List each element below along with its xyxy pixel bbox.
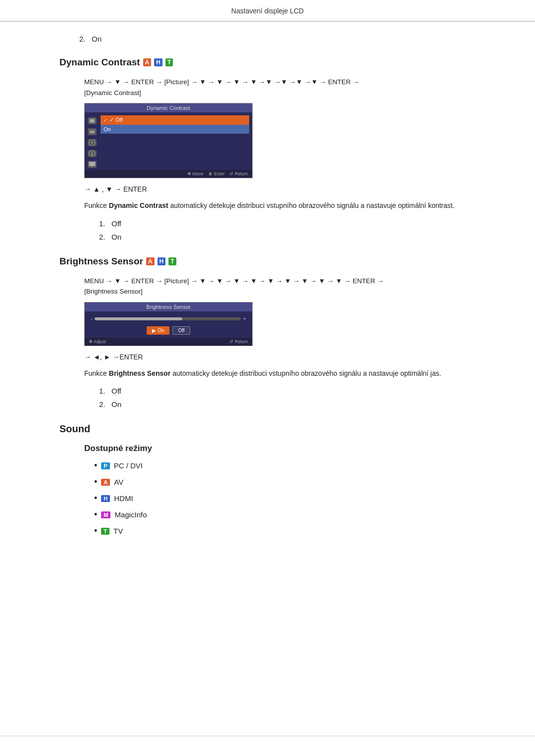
bs-desc-bold: Brightness Sensor: [109, 369, 170, 377]
bs-screenshot-title: Brightness Sensor: [85, 302, 252, 311]
bs-item-2-val: On: [111, 400, 121, 408]
dc-item-2-val: On: [111, 233, 121, 241]
mode-item-pc: P PC / DVI: [94, 460, 495, 471]
badge-h-dc: H: [154, 58, 162, 66]
dc-off-label: ✓ Off: [109, 117, 123, 123]
dc-body: ✓ ✓ Off On: [85, 112, 252, 170]
mode-label-magicinfo: MagicInfo: [114, 510, 147, 519]
mode-item-av: A AV: [94, 477, 495, 487]
page-header: Nastavení displeje LCD: [0, 0, 535, 20]
mode-label-tv: TV: [113, 527, 123, 535]
bs-slider-track: [95, 317, 241, 320]
badge-h-bs: H: [158, 257, 166, 265]
mode-label-av: AV: [114, 478, 123, 486]
dc-nav-line1: MENU → ▼ → ENTER → [Picture] → ▼ → ▼ → ▼…: [84, 78, 359, 86]
dc-item-1-num: 1.: [99, 219, 106, 228]
mode-badge-t: T: [101, 528, 109, 535]
dostupne-heading: Dostupné režimy: [84, 444, 495, 454]
dc-screenshot-title: Dynamic Contrast: [85, 103, 252, 112]
dc-footer-return: ↺ Return: [229, 171, 248, 176]
header-title: Nastavení displeje LCD: [231, 7, 304, 15]
dc-check-off: ✓: [104, 118, 107, 123]
bs-description: Funkce Brightness Sensor automaticky det…: [84, 368, 471, 379]
bs-minus: -: [91, 315, 93, 322]
item-2-label: 2.: [79, 35, 86, 43]
dc-nav-line2: [Dynamic Contrast]: [84, 89, 141, 97]
dc-item-2-num: 2.: [99, 233, 106, 241]
dc-footer-move: ❖ Move: [187, 171, 204, 176]
bs-nav-line2: [Brightness Sensor]: [84, 288, 143, 295]
svg-rect-1: [90, 119, 94, 122]
dc-on-label: On: [104, 126, 111, 132]
sound-heading: Sound: [59, 423, 495, 435]
mode-list: P PC / DVI A AV H HDMI M MagicInfo T TV: [94, 460, 495, 536]
bs-nav-line1: MENU → ▼ → ENTER → [Picture] → ▼ → ▼ → ▼…: [84, 277, 384, 285]
brightness-sensor-heading: Brightness Sensor A H T: [59, 256, 495, 267]
badge-t-bs: T: [168, 257, 176, 265]
svg-point-7: [92, 152, 93, 153]
bs-item-2: 2. On: [99, 400, 495, 408]
bs-slider-fill: [95, 317, 182, 320]
dc-sidebar: [88, 115, 97, 168]
svg-rect-3: [90, 131, 95, 133]
dc-icon-3: [88, 139, 97, 146]
bs-item-1-num: 1.: [99, 387, 106, 395]
bs-btn-row: ▶ On Off: [91, 326, 246, 335]
item-2-on: 2. On: [79, 35, 495, 43]
bs-nav-path: MENU → ▼ → ENTER → [Picture] → ▼ → ▼ → ▼…: [84, 276, 495, 297]
mode-badge-a: A: [101, 479, 110, 486]
mode-item-magicinfo: M MagicInfo: [94, 509, 495, 520]
bs-desc-pre: Funkce: [84, 369, 109, 377]
bs-screenshot-footer: ❖ Adjust ↺ Return: [85, 338, 252, 346]
dc-description: Funkce Dynamic Contrast automaticky dete…: [84, 200, 471, 211]
dc-icon-4: [88, 150, 97, 157]
dc-icon-2: [88, 128, 97, 135]
svg-rect-8: [92, 153, 93, 155]
mode-badge-m: M: [101, 511, 110, 518]
dc-icon-1: [88, 117, 97, 124]
bs-screenshot-wrapper: Brightness Sensor - + ▶ On Off ❖ Adjust …: [84, 302, 495, 346]
dc-item-on: On: [101, 125, 249, 134]
dc-arrow-line: → ▲ , ▼ → ENTER: [84, 185, 495, 193]
dc-footer-enter: 🖥 Enter: [208, 171, 224, 176]
bs-footer-return: ↺ Return: [229, 339, 248, 344]
dc-icon-5: [88, 161, 97, 168]
bs-body: - + ▶ On Off: [85, 311, 252, 338]
dc-item-2: 2. On: [99, 233, 495, 241]
bs-title: Brightness Sensor: [59, 256, 143, 267]
svg-rect-10: [89, 162, 95, 166]
mode-item-tv: T TV: [94, 526, 495, 536]
bottom-border: [0, 736, 535, 736]
badge-a-dc: A: [143, 58, 152, 66]
mode-label-hdmi: HDMI: [114, 494, 133, 503]
dc-item-1-val: Off: [111, 219, 121, 228]
bs-item-2-num: 2.: [99, 400, 106, 408]
dc-title: Dynamic Contrast: [59, 57, 140, 68]
bs-arrow-line: → ◄, ► →ENTER: [84, 353, 495, 361]
dc-nav-path: MENU → ▼ → ENTER → [Picture] → ▼ → ▼ → ▼…: [84, 77, 495, 98]
dc-desc-bold: Dynamic Contrast: [109, 202, 168, 209]
mode-item-hdmi: H HDMI: [94, 493, 495, 504]
bs-footer-adjust: ❖ Adjust: [89, 339, 106, 344]
svg-point-5: [91, 142, 93, 144]
bs-btn-off[interactable]: Off: [172, 326, 190, 335]
bs-desc-post: automaticky detekuje distribuci vstupníh…: [170, 369, 441, 377]
bs-btn-on[interactable]: ▶ On: [147, 326, 169, 335]
bs-slider-row: - +: [91, 315, 246, 322]
dc-screenshot: Dynamic Contrast: [84, 103, 253, 178]
bs-item-1: 1. Off: [99, 387, 495, 395]
item-2-value: On: [92, 35, 102, 43]
svg-rect-11: [91, 166, 93, 167]
badge-a-bs: A: [146, 257, 155, 265]
dc-desc-pre: Funkce: [84, 202, 109, 209]
main-content: 2. On Dynamic Contrast A H T MENU → ▼ → …: [0, 20, 535, 572]
mode-label-pc: PC / DVI: [114, 461, 143, 470]
bs-plus: +: [243, 315, 246, 322]
dynamic-contrast-heading: Dynamic Contrast A H T: [59, 57, 495, 68]
bs-item-1-val: Off: [111, 387, 121, 395]
mode-badge-h: H: [101, 495, 110, 502]
dc-screenshot-wrapper: Dynamic Contrast: [84, 103, 495, 178]
badge-t-dc: T: [165, 58, 173, 66]
top-border: [0, 21, 535, 22]
mode-badge-p: P: [101, 462, 109, 469]
